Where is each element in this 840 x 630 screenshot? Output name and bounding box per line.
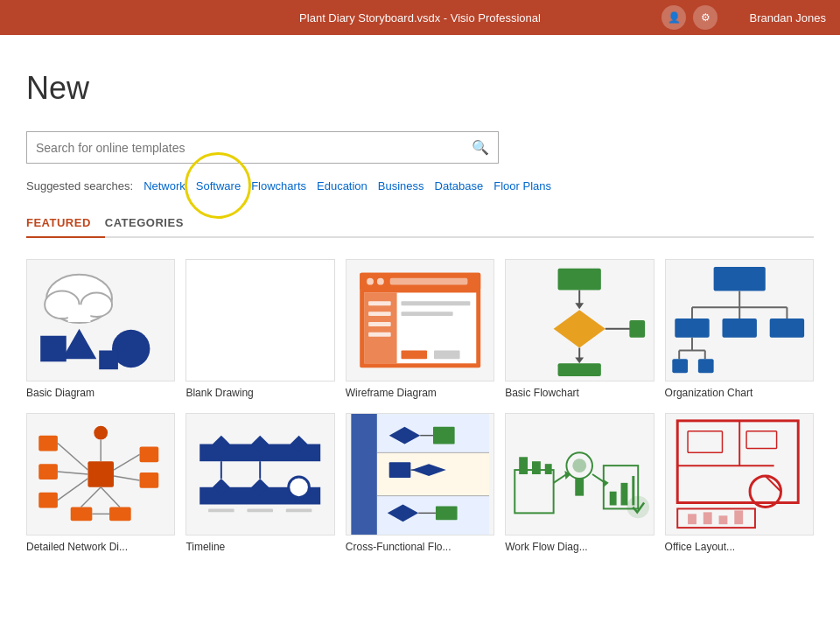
svg-marker-28	[575, 357, 584, 363]
svg-rect-50	[38, 493, 58, 508]
svg-rect-81	[351, 414, 377, 535]
svg-rect-121	[703, 512, 711, 524]
template-cross-functional[interactable]: Cross-Functional Flo...	[346, 413, 494, 553]
template-thumb-timeline	[186, 413, 334, 536]
svg-rect-98	[532, 461, 541, 474]
suggested-label: Suggested searches:	[26, 179, 133, 192]
template-thumb-cross-functional	[346, 413, 494, 536]
svg-marker-4	[62, 329, 96, 360]
template-thumb-workflow	[505, 413, 654, 536]
svg-rect-40	[722, 318, 756, 338]
svg-rect-21	[401, 351, 427, 360]
template-blank-drawing[interactable]: Blank Drawing	[186, 259, 334, 399]
svg-line-66	[101, 487, 120, 508]
svg-rect-18	[368, 332, 391, 337]
svg-rect-32	[630, 320, 646, 338]
svg-rect-108	[610, 492, 617, 506]
template-thumb-basic-diagram	[26, 259, 175, 382]
title-bar-text: Plant Diary Storyboard.vsdx - Visio Prof…	[299, 11, 541, 24]
template-basic-flowchart[interactable]: Basic Flowchart	[505, 259, 654, 399]
template-name-basic-diagram: Basic Diagram	[26, 387, 94, 399]
title-bar-user: Brandan Jones	[750, 11, 826, 24]
svg-rect-79	[286, 508, 312, 512]
svg-rect-109	[621, 483, 628, 506]
svg-line-60	[114, 476, 140, 480]
svg-rect-5	[40, 336, 66, 362]
svg-point-111	[628, 497, 649, 518]
template-timeline[interactable]: Timeline	[186, 413, 334, 553]
svg-rect-53	[140, 472, 159, 488]
svg-line-103	[554, 474, 567, 483]
svg-rect-3	[68, 304, 91, 322]
template-org-chart[interactable]: Organization Chart	[665, 259, 814, 399]
tabs-row: FEATURED CATEGORIES	[26, 211, 814, 238]
template-name-basic-flowchart: Basic Flowchart	[505, 387, 579, 399]
template-thumb-office-layout	[665, 413, 814, 536]
svg-line-59	[114, 454, 140, 470]
svg-rect-96	[514, 470, 553, 513]
svg-rect-39	[675, 318, 709, 338]
svg-rect-102	[575, 479, 584, 496]
template-wireframe-diagram[interactable]: Wireframe Diagram	[346, 259, 494, 399]
suggested-software[interactable]: Software	[196, 179, 241, 192]
template-name-timeline: Timeline	[186, 541, 225, 553]
svg-rect-46	[672, 359, 688, 373]
tab-featured[interactable]: FEATURED	[26, 211, 105, 238]
svg-rect-19	[401, 301, 470, 305]
svg-rect-52	[140, 446, 159, 462]
template-grid: Basic Diagram Blank Drawing	[26, 259, 814, 553]
template-office-layout[interactable]: Office Layout...	[665, 413, 814, 553]
svg-rect-49	[38, 464, 58, 480]
svg-rect-12	[389, 278, 467, 285]
template-basic-diagram[interactable]: Basic Diagram	[26, 259, 175, 399]
svg-rect-117	[688, 431, 722, 453]
main-content: New 🔍 Suggested searches: Network Softwa…	[0, 35, 840, 630]
title-bar-icons: 👤 ⚙	[662, 5, 718, 30]
svg-rect-123	[734, 510, 743, 524]
template-detailed-network[interactable]: Detailed Network Di...	[26, 413, 175, 553]
suggested-flowcharts[interactable]: Flowcharts	[251, 179, 306, 192]
svg-point-74	[289, 477, 310, 498]
svg-rect-16	[368, 312, 391, 316]
suggested-database[interactable]: Database	[435, 179, 484, 192]
svg-rect-41	[769, 318, 803, 338]
svg-rect-118	[746, 431, 777, 449]
svg-rect-122	[718, 515, 727, 524]
svg-rect-97	[519, 457, 528, 474]
svg-rect-77	[208, 508, 234, 512]
svg-rect-15	[368, 301, 391, 305]
suggested-floor-plans[interactable]: Floor Plans	[494, 179, 551, 192]
svg-rect-22	[434, 351, 460, 360]
suggested-education[interactable]: Education	[317, 179, 368, 192]
svg-line-58	[58, 479, 88, 500]
svg-line-56	[58, 444, 88, 471]
svg-rect-51	[88, 461, 114, 487]
search-container: 🔍	[26, 131, 499, 164]
template-workflow[interactable]: Work Flow Diag...	[505, 413, 654, 553]
svg-line-65	[81, 487, 102, 508]
svg-rect-99	[545, 464, 552, 474]
template-thumb-wireframe-diagram	[346, 259, 494, 382]
svg-rect-78	[248, 508, 274, 512]
svg-rect-33	[713, 267, 765, 291]
settings-icon[interactable]: ⚙	[693, 5, 718, 30]
suggested-business[interactable]: Business	[378, 179, 424, 192]
svg-marker-26	[554, 310, 606, 347]
suggested-network[interactable]: Network	[144, 179, 186, 192]
svg-rect-23	[558, 269, 601, 290]
tab-categories[interactable]: CATEGORIES	[105, 211, 198, 236]
template-name-detailed-network: Detailed Network Di...	[26, 541, 128, 553]
template-name-office-layout: Office Layout...	[665, 541, 736, 553]
search-button[interactable]: 🔍	[463, 132, 498, 163]
suggested-searches: Suggested searches: Network Software Flo…	[26, 178, 814, 193]
template-name-org-chart: Organization Chart	[665, 387, 753, 399]
svg-rect-47	[697, 359, 713, 373]
svg-point-101	[573, 458, 587, 472]
template-name-blank-drawing: Blank Drawing	[186, 387, 253, 399]
profile-icon[interactable]: 👤	[662, 5, 686, 30]
svg-rect-95	[436, 506, 458, 520]
svg-rect-89	[433, 427, 455, 444]
template-name-cross-functional: Cross-Functional Flo...	[346, 541, 452, 553]
search-input[interactable]	[27, 134, 463, 162]
svg-rect-20	[401, 312, 452, 316]
